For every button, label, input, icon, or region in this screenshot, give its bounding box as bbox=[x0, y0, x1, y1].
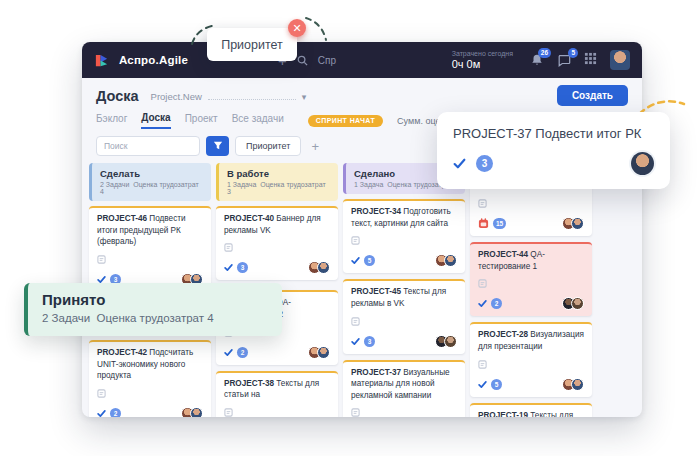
kanban-card[interactable]: PROJECT-44 QA-тестирование 1 2 bbox=[470, 242, 592, 316]
search-input[interactable] bbox=[96, 136, 200, 156]
apps-grid-button[interactable] bbox=[584, 51, 597, 69]
description-icon bbox=[478, 194, 584, 212]
page-title: Доска bbox=[96, 88, 139, 104]
board-name: Project.New bbox=[151, 91, 202, 102]
priority-tooltip-label: Приоритет bbox=[221, 38, 283, 52]
card-meta: 5 bbox=[478, 378, 584, 391]
kanban-card[interactable]: PROJECT-28 Визуализация для презентации … bbox=[470, 322, 592, 396]
time-tracked-value: 0ч 0м bbox=[452, 58, 513, 70]
priority-tooltip: Приоритет ✕ bbox=[207, 28, 297, 61]
check-icon bbox=[453, 157, 466, 170]
card-title: PROJECT-40 Баннер для рекламы VK bbox=[224, 213, 330, 236]
estimate-badge: 3 bbox=[237, 262, 248, 273]
card-code: PROJECT-45 bbox=[351, 287, 403, 296]
kanban-card[interactable]: PROJECT-40 Баннер для рекламы VK 3 bbox=[216, 206, 338, 280]
create-button[interactable]: Создать bbox=[557, 85, 628, 106]
card-code: PROJECT-34 bbox=[351, 207, 403, 216]
column-header[interactable]: В работе 1 Задача Оценка трудозатрат 3 bbox=[216, 163, 338, 201]
board-toolbar: Доска Project.New ▾ Создать bbox=[82, 78, 642, 106]
check-icon bbox=[478, 380, 487, 389]
assignee-avatars bbox=[312, 261, 330, 274]
description-icon bbox=[351, 403, 457, 417]
kanban-card[interactable]: PROJECT-45 Тексты для рекламы в VK 3 bbox=[343, 279, 465, 353]
assignee-avatars bbox=[439, 254, 457, 267]
card-title: PROJECT-46 Подвести итоги предыдущей РК … bbox=[97, 213, 203, 248]
grid-icon bbox=[584, 52, 597, 65]
column-subtitle: 2 Задачи Оценка трудозатрат 4 bbox=[100, 181, 203, 195]
app-logo-icon bbox=[94, 53, 109, 68]
estimate-badge: 5 bbox=[364, 255, 375, 266]
estimate-badge: 2 bbox=[110, 408, 121, 417]
avatar bbox=[631, 152, 654, 175]
card-meta: 2 bbox=[224, 346, 330, 359]
assignee-avatars bbox=[566, 217, 584, 230]
accepted-subtitle: 2 Задачи Оценка трудозатрат 4 bbox=[42, 312, 268, 324]
accepted-column-callout: Принято 2 Задачи Оценка трудозатрат 4 bbox=[24, 283, 282, 336]
estimate-badge: 5 bbox=[491, 379, 502, 390]
filter-button[interactable] bbox=[206, 136, 229, 156]
check-icon bbox=[97, 409, 106, 417]
avatar bbox=[571, 297, 584, 310]
app-name: Аспро.Agile bbox=[119, 54, 188, 66]
card-code: PROJECT-19 bbox=[478, 411, 530, 417]
estimate-badge: 3 bbox=[476, 155, 493, 172]
notifications-count: 26 bbox=[538, 48, 551, 58]
card-meta: 2 bbox=[97, 407, 203, 417]
check-icon bbox=[224, 263, 233, 272]
column-header[interactable]: Сделать 2 Задачи Оценка трудозатрат 4 bbox=[89, 163, 211, 201]
tab-board[interactable]: Доска bbox=[141, 112, 170, 129]
search-icon[interactable] bbox=[297, 55, 308, 66]
card-meta: 15 bbox=[478, 217, 584, 230]
notifications-button[interactable]: 26 bbox=[530, 53, 544, 67]
kanban-card[interactable]: PROJECT-38 Тексты для статьи на bbox=[216, 371, 338, 417]
description-icon bbox=[351, 231, 457, 249]
card-code: PROJECT-44 bbox=[478, 250, 530, 259]
card-title: PROJECT-38 Тексты для статьи на bbox=[224, 378, 330, 401]
check-icon bbox=[478, 299, 487, 308]
card-meta: 2 bbox=[478, 297, 584, 310]
description-icon bbox=[478, 355, 584, 373]
description-icon bbox=[351, 312, 457, 330]
app-window: Аспро.Agile + Спр Затрачено сегодня 0ч 0… bbox=[82, 42, 642, 417]
board-select[interactable]: Project.New ▾ bbox=[151, 90, 307, 102]
accepted-title: Принято bbox=[42, 291, 268, 308]
tab-all-tasks[interactable]: Все задачи bbox=[232, 113, 284, 128]
check-icon bbox=[351, 256, 360, 265]
check-icon bbox=[224, 348, 233, 357]
estimate-badge: 3 bbox=[364, 336, 375, 347]
kanban-card[interactable]: PROJECT-46 Подвести итоги предыдущей РК … bbox=[89, 206, 211, 292]
check-icon bbox=[351, 337, 360, 346]
tab-project[interactable]: Проект bbox=[185, 113, 218, 128]
description-icon bbox=[97, 384, 203, 402]
kanban-card[interactable]: PROJECT-37 Визуальные материалы для ново… bbox=[343, 360, 465, 417]
messages-button[interactable]: 5 bbox=[557, 53, 571, 67]
description-icon bbox=[224, 403, 330, 417]
assignee-avatars bbox=[566, 297, 584, 310]
popup-card-title: PROJECT-37 Подвести итог РК bbox=[453, 126, 654, 141]
user-avatar[interactable] bbox=[610, 50, 630, 70]
assignee-avatars bbox=[439, 335, 457, 348]
time-tracked: Затрачено сегодня 0ч 0м bbox=[452, 50, 513, 70]
card-title: PROJECT-44 QA-тестирование 1 bbox=[478, 249, 584, 272]
close-icon[interactable]: ✕ bbox=[288, 19, 306, 37]
add-filter-button[interactable]: + bbox=[311, 140, 319, 153]
card-meta: 3 bbox=[224, 261, 330, 274]
zoomed-card-popup[interactable]: PROJECT-37 Подвести итог РК 3 bbox=[437, 112, 670, 189]
kanban-card[interactable]: PROJECT-42 Подсчитать UNIT-экономику нов… bbox=[89, 340, 211, 417]
priority-filter-button[interactable]: Приоритет bbox=[235, 136, 301, 156]
card-code: PROJECT-42 bbox=[97, 348, 149, 357]
column-accepted: 15 PROJECT-44 QA-тестирование 1 2 PROJEC… bbox=[470, 163, 592, 417]
avatar bbox=[571, 217, 584, 230]
assignee-avatars bbox=[312, 346, 330, 359]
kanban-card[interactable]: PROJECT-34 Подготовить текст, картинки д… bbox=[343, 199, 465, 273]
page: Аспро.Agile + Спр Затрачено сегодня 0ч 0… bbox=[0, 0, 700, 456]
avatar bbox=[571, 378, 584, 391]
tab-backlog[interactable]: Бэклог bbox=[96, 113, 127, 128]
kanban-card[interactable]: PROJECT-19 Тексты для рекламы VK 5 bbox=[470, 403, 592, 417]
top-bar: Аспро.Agile + Спр Затрачено сегодня 0ч 0… bbox=[82, 42, 642, 78]
avatar bbox=[317, 346, 330, 359]
card-code: PROJECT-28 bbox=[478, 330, 530, 339]
chevron-down-icon: ▾ bbox=[302, 92, 307, 102]
topbar-partial-text: Спр bbox=[318, 55, 336, 66]
card-title: PROJECT-19 Тексты для рекламы VK bbox=[478, 410, 584, 417]
